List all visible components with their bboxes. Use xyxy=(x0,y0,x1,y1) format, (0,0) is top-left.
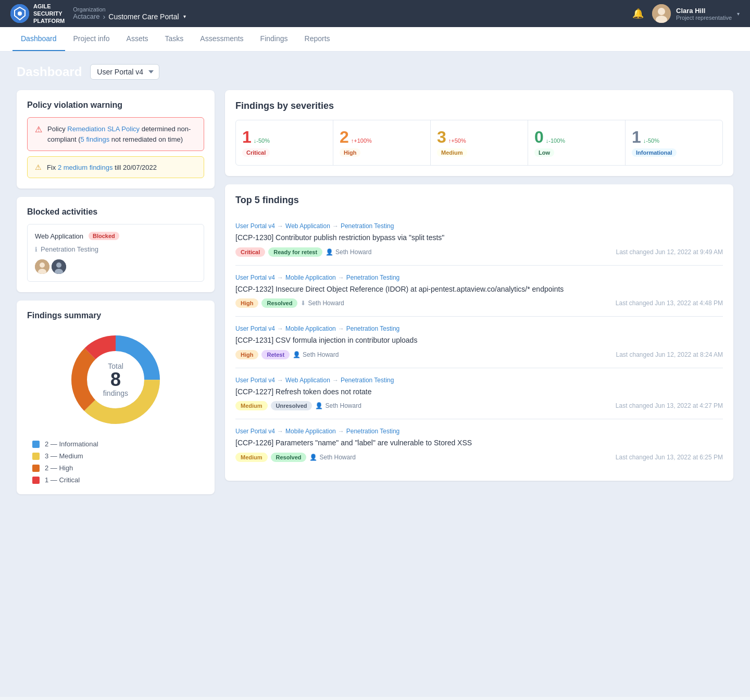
svg-point-6 xyxy=(40,262,45,268)
breadcrumb-pentest-link[interactable]: Penetration Testing xyxy=(346,325,400,332)
breadcrumb-web-app-link[interactable]: Web Application xyxy=(285,377,330,384)
finding-1227-title[interactable]: [CCP-1227] Refresh token does not rotate xyxy=(235,387,723,397)
severity-critical: 1 ↓-50% Critical xyxy=(236,120,333,165)
dashboard-title: Dashboard xyxy=(17,65,82,79)
sub-activity-row: ℹ Penetration Testing xyxy=(35,245,196,253)
nav-item-dashboard[interactable]: Dashboard xyxy=(12,27,65,51)
avatars-row xyxy=(35,259,196,274)
logo[interactable]: AGILE SECURITY PLATFORM xyxy=(10,3,65,25)
notifications-button[interactable]: 🔔 xyxy=(632,8,644,19)
finding-1230-breadcrumb: User Portal v4 → Web Application → Penet… xyxy=(235,222,723,230)
web-application-label: Web Application xyxy=(35,232,83,240)
top5-title: Top 5 findings xyxy=(235,195,723,206)
svg-point-1 xyxy=(18,11,22,16)
finding-1232-meta: High Resolved ⬇ Seth Howard Last changed… xyxy=(235,298,723,308)
finding-item-1226: User Portal v4 → Mobile Application → Pe… xyxy=(235,419,723,470)
nav-item-tasks[interactable]: Tasks xyxy=(157,27,192,51)
breadcrumb-pentest-link[interactable]: Penetration Testing xyxy=(346,428,400,435)
low-count: 0 xyxy=(534,129,544,145)
assignee-icon: ⬇ xyxy=(301,299,306,307)
assignee-icon: 👤 xyxy=(309,454,317,461)
blocked-activity-row: Web Application Blocked xyxy=(35,232,196,240)
tag-high: High xyxy=(235,298,258,308)
low-change: ↓-100% xyxy=(546,138,565,144)
finding-1226-meta: Medium Resolved 👤 Seth Howard Last chang… xyxy=(235,453,723,462)
severity-high: 2 ↑+100% High xyxy=(333,120,431,165)
finding-item-1230: User Portal v4 → Web Application → Penet… xyxy=(235,214,723,266)
high-count: 2 xyxy=(340,129,349,145)
finding-1231-meta: High Retest 👤 Seth Howard Last changed J… xyxy=(235,350,723,359)
avatar-2 xyxy=(52,259,66,274)
finding-1231-title[interactable]: [CCP-1231] CSV formula injection in cont… xyxy=(235,335,723,346)
breadcrumb-portal-link[interactable]: User Portal v4 xyxy=(235,428,275,435)
nav-item-assessments[interactable]: Assessments xyxy=(192,27,252,51)
nav-item-project-info[interactable]: Project info xyxy=(65,27,118,51)
breadcrumb-pentest-link[interactable]: Penetration Testing xyxy=(341,377,394,384)
nav-item-findings[interactable]: Findings xyxy=(252,27,296,51)
findings-link[interactable]: 5 findings xyxy=(81,135,110,143)
version-selector[interactable]: User Portal v4 User Portal v3 User Porta… xyxy=(90,64,159,80)
tag-high-2: High xyxy=(235,350,258,359)
finding-1230-date: Last changed Jun 12, 2022 at 9:49 AM xyxy=(616,248,723,256)
version-select[interactable]: User Portal v4 User Portal v3 User Porta… xyxy=(90,64,159,80)
medium-count: 3 xyxy=(437,129,446,145)
finding-1230-title[interactable]: [CCP-1230] Contributor publish restricti… xyxy=(235,233,723,243)
dashboard-header: Dashboard User Portal v4 User Portal v3 … xyxy=(17,64,733,80)
breadcrumb-portal-link[interactable]: User Portal v4 xyxy=(235,325,275,332)
severities-grid: 1 ↓-50% Critical 2 ↑+100% High xyxy=(235,120,723,166)
project-name[interactable]: Customer Care Portal ▾ xyxy=(108,12,185,21)
nav-item-reports[interactable]: Reports xyxy=(296,27,339,51)
breadcrumb-portal-link[interactable]: User Portal v4 xyxy=(235,377,275,384)
findings-summary-card: Findings summary xyxy=(17,301,215,494)
avatar xyxy=(652,4,671,23)
svg-point-9 xyxy=(56,262,61,268)
severities-title: Findings by severities xyxy=(235,101,723,111)
finding-1231-assignee: 👤 Seth Howard xyxy=(293,351,339,358)
finding-1227-assignee: 👤 Seth Howard xyxy=(315,402,361,409)
medium-findings-link[interactable]: 2 medium findings xyxy=(58,164,113,171)
tag-medium-2: Medium xyxy=(235,453,268,462)
breadcrumb-portal-link[interactable]: User Portal v4 xyxy=(235,274,275,281)
donut-findings-label: findings xyxy=(103,389,128,397)
tag-ready-for-retest: Ready for retest xyxy=(268,247,322,257)
chart-legend: 2 — Informational 3 — Medium 2 — High 1 … xyxy=(27,440,204,484)
finding-1226-title[interactable]: [CCP-1226] Parameters "name" and "label"… xyxy=(235,438,723,448)
finding-item-1227: User Portal v4 → Web Application → Penet… xyxy=(235,368,723,420)
breadcrumb-web-app-link[interactable]: Web Application xyxy=(285,222,330,230)
org-name[interactable]: Actacare xyxy=(73,12,99,20)
legend-dot-informational xyxy=(32,441,40,448)
finding-1232-tags: High Resolved ⬇ Seth Howard xyxy=(235,298,344,308)
logo-icon xyxy=(10,4,29,23)
high-change: ↑+100% xyxy=(351,138,372,144)
breadcrumb-portal-link[interactable]: User Portal v4 xyxy=(235,222,275,230)
critical-change: ↓-50% xyxy=(254,138,270,144)
blocked-badge: Blocked xyxy=(89,232,119,240)
nav-item-assets[interactable]: Assets xyxy=(118,27,157,51)
breadcrumb-pentest-link[interactable]: Penetration Testing xyxy=(346,274,400,281)
left-column: Policy violation warning ⚠ Policy Remedi… xyxy=(17,90,215,494)
finding-1226-assignee: 👤 Seth Howard xyxy=(309,454,355,461)
breadcrumb-mobile-app-link[interactable]: Mobile Application xyxy=(285,428,336,435)
severity-informational: 1 ↓-50% Informational xyxy=(626,120,722,165)
top-navigation: AGILE SECURITY PLATFORM Organization Act… xyxy=(0,0,750,27)
policy-alert-yellow: ⚠ Fix 2 medium findings till 20/07/2022 xyxy=(27,156,204,178)
finding-1232-breadcrumb: User Portal v4 → Mobile Application → Pe… xyxy=(235,274,723,281)
user-menu[interactable]: Clara Hill Project representative ▾ xyxy=(652,4,740,23)
breadcrumb-mobile-app-link[interactable]: Mobile Application xyxy=(285,325,336,332)
finding-1232-title[interactable]: [CCP-1232] Insecure Direct Object Refere… xyxy=(235,284,723,295)
critical-count: 1 xyxy=(242,129,252,145)
finding-1227-meta: Medium Unresolved 👤 Seth Howard Last cha… xyxy=(235,401,723,410)
tag-resolved-2: Resolved xyxy=(271,453,307,462)
tag-unresolved: Unresolved xyxy=(271,401,312,410)
breadcrumb-pentest-link[interactable]: Penetration Testing xyxy=(341,222,394,230)
findings-summary-title: Findings summary xyxy=(27,311,204,320)
donut-chart-container: Total 8 findings xyxy=(27,328,204,432)
tag-retest: Retest xyxy=(261,350,290,359)
info-badge: Informational xyxy=(632,148,677,157)
donut-number: 8 xyxy=(103,370,128,389)
remediation-policy-link[interactable]: Remediation SLA Policy xyxy=(67,125,140,133)
finding-1231-breadcrumb: User Portal v4 → Mobile Application → Pe… xyxy=(235,325,723,332)
tag-medium: Medium xyxy=(235,401,268,410)
nav-right: 🔔 Clara Hill Project representative ▾ xyxy=(632,4,740,23)
breadcrumb-mobile-app-link[interactable]: Mobile Application xyxy=(285,274,336,281)
